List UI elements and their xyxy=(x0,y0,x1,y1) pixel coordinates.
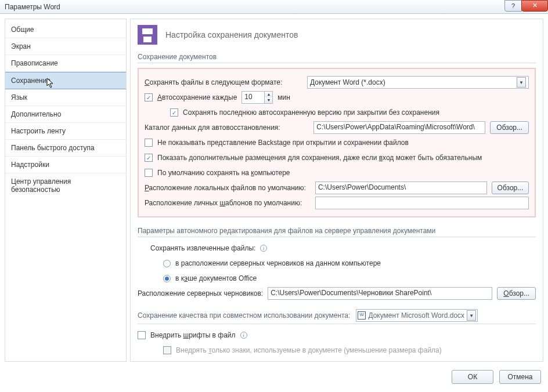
word-doc-icon xyxy=(358,311,366,320)
save-disk-icon xyxy=(138,25,157,45)
info-icon[interactable]: i xyxy=(240,332,247,339)
sidebar-item-label: Центр управления безопасностью xyxy=(11,177,71,194)
target-document-select[interactable]: Документ Microsoft Word.docx ▼ xyxy=(356,309,478,322)
sidebar-item-label: Язык xyxy=(11,93,27,101)
autosave-unit: мин xyxy=(277,93,290,101)
templates-path-label: Расположение личных шаблонов по умолчани… xyxy=(145,199,302,207)
embed-only-used-label: Внедрять только знаки, используемые в до… xyxy=(176,346,442,354)
sidebar-item-label: Настроить ленту xyxy=(11,127,66,135)
radio-server-drafts-label: в расположении серверных черновиков на д… xyxy=(175,259,381,267)
extracted-files-label: Сохранять извлеченные файлы: xyxy=(150,244,255,252)
embed-fonts-label: Внедрить шрифты в файл xyxy=(150,331,236,339)
autosave-minutes-input[interactable]: 10 ▲▼ xyxy=(241,91,273,104)
sidebar-item-general[interactable]: Общие xyxy=(5,21,126,38)
autosave-label: Автосохранение каждые xyxy=(157,93,237,101)
skip-system-fonts-label: Не внедрять обычные системные шрифты xyxy=(176,361,314,362)
group-sharing-title: Сохранение качества при совместном испол… xyxy=(138,311,350,320)
sidebar-item-proofing[interactable]: Правописание xyxy=(5,55,126,72)
sidebar-item-label: Дополнительно xyxy=(11,110,61,118)
server-drafts-path-input[interactable]: C:\Users\Power\Documents\Черновики Share… xyxy=(268,287,492,300)
sidebar-item-label: Надстройки xyxy=(11,161,49,169)
templates-path-input[interactable] xyxy=(315,197,529,209)
sidebar-item-label: Панель быстрого доступа xyxy=(11,144,95,152)
window-title: Параметры Word xyxy=(5,3,60,11)
autosave-checkbox[interactable] xyxy=(145,93,153,101)
browse-local-button[interactable]: Обзор... xyxy=(492,182,529,194)
sidebar-item-save[interactable]: Сохранение xyxy=(5,72,126,89)
spinner-up-icon[interactable]: ▲ xyxy=(265,92,272,97)
sidebar-item-display[interactable]: Экран xyxy=(5,38,126,55)
radio-office-cache-label: в кэше документов Office xyxy=(175,274,257,282)
dialog-footer: ОК Отмена xyxy=(0,366,548,387)
browse-autorecover-button[interactable]: Обзор... xyxy=(490,121,529,134)
group-sharing-header: Сохранение качества при совместном испол… xyxy=(138,309,536,324)
skip-system-fonts-checkbox xyxy=(163,361,171,362)
radio-office-cache[interactable] xyxy=(163,275,171,282)
radio-server-drafts-location[interactable] xyxy=(163,260,171,267)
save-format-select[interactable]: Документ Word (*.docx) ▼ xyxy=(307,76,529,89)
keep-last-autosave-checkbox[interactable] xyxy=(170,108,178,117)
main-panel: Настройка сохранения документов Сохранен… xyxy=(130,19,543,362)
sidebar-item-advanced[interactable]: Дополнительно xyxy=(5,106,126,123)
sidebar-item-label: Экран xyxy=(11,42,31,50)
cancel-button[interactable]: Отмена xyxy=(499,370,541,384)
show-extra-locations-label: Показать дополнительные размещения для с… xyxy=(157,154,482,162)
show-extra-locations-checkbox[interactable] xyxy=(145,154,153,162)
sidebar-item-qat[interactable]: Панель быстрого доступа xyxy=(5,140,126,157)
sidebar-item-ribbon[interactable]: Настроить ленту xyxy=(5,123,126,140)
sidebar-item-trust-center[interactable]: Центр управления безопасностью xyxy=(5,173,126,198)
dropdown-icon: ▼ xyxy=(517,77,526,88)
sidebar-item-language[interactable]: Язык xyxy=(5,89,126,106)
no-backstage-checkbox[interactable] xyxy=(145,139,153,147)
info-icon[interactable]: i xyxy=(260,245,267,252)
keep-last-autosave-label: Сохранять последнюю автосохраненную верс… xyxy=(183,108,439,117)
local-files-path-input[interactable]: C:\Users\Power\Documents\ xyxy=(315,182,487,194)
page-title: Настройка сохранения документов xyxy=(165,30,298,39)
ok-button[interactable]: ОК xyxy=(452,370,493,384)
save-format-value: Документ Word (*.docx) xyxy=(310,78,385,86)
group-offline-header: Параметры автономного редактирования для… xyxy=(138,227,536,237)
highlighted-save-settings: Сохранять файлы в следующем формате: Док… xyxy=(138,68,536,217)
local-files-path-label: Расположение локальных файлов по умолчан… xyxy=(145,184,306,192)
help-button[interactable]: ? xyxy=(504,0,522,12)
target-document-name: Документ Microsoft Word.docx xyxy=(368,311,464,320)
sidebar-item-label: Сохранение xyxy=(11,77,51,85)
embed-only-used-checkbox xyxy=(163,346,171,354)
browse-drafts-button[interactable]: Обзор... xyxy=(497,287,536,300)
default-save-pc-checkbox[interactable] xyxy=(145,169,153,177)
titlebar: Параметры Word ? ✕ xyxy=(0,0,548,14)
sidebar-item-label: Общие xyxy=(11,26,34,34)
group-save-docs-header: Сохранение документов xyxy=(138,53,536,63)
close-button[interactable]: ✕ xyxy=(521,0,548,12)
autosave-value: 10 xyxy=(242,92,264,103)
embed-fonts-checkbox[interactable] xyxy=(138,331,146,339)
dropdown-icon: ▼ xyxy=(467,310,476,321)
default-save-pc-label: По умолчанию сохранять на компьютере xyxy=(157,169,290,177)
autorecover-path-label: Каталог данных для автовосстановления: xyxy=(145,124,280,132)
server-drafts-path-label: Расположение серверных черновиков: xyxy=(138,289,263,297)
save-format-label: Сохранять файлы в следующем формате: xyxy=(145,78,282,86)
sidebar-item-addins[interactable]: Надстройки xyxy=(5,157,126,173)
no-backstage-label: Не показывать представление Backstage пр… xyxy=(157,139,409,147)
sidebar: Общие Экран Правописание Сохранение Язык… xyxy=(5,19,127,362)
spinner-down-icon[interactable]: ▼ xyxy=(265,97,272,103)
sidebar-item-label: Правописание xyxy=(11,59,58,67)
autorecover-path-input[interactable]: C:\Users\Power\AppData\Roaming\Microsoft… xyxy=(313,121,485,134)
window-buttons: ? ✕ xyxy=(505,0,548,14)
